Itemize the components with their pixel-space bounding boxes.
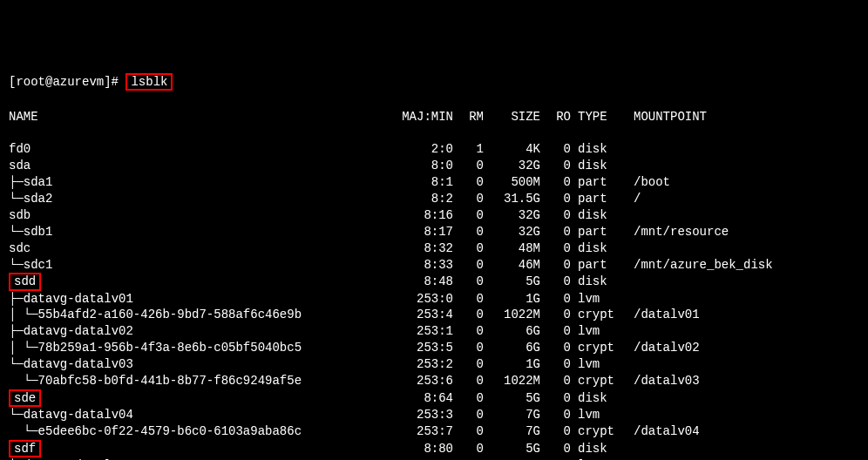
device-name: 78b259a1-956b-4f3a-8e6b-c05bf5040bc5 bbox=[38, 341, 302, 355]
device-ro: 0 bbox=[540, 323, 571, 340]
device-name: sdc1 bbox=[24, 258, 53, 272]
device-majmin: 8:17 bbox=[392, 224, 453, 240]
device-rm: 0 bbox=[453, 373, 484, 389]
device-ro: 0 bbox=[540, 307, 571, 323]
device-rm: 0 bbox=[453, 207, 484, 224]
device-rm: 0 bbox=[453, 174, 484, 191]
device-size: 48M bbox=[484, 240, 540, 257]
device-ro: 0 bbox=[540, 141, 571, 158]
device-type: part bbox=[571, 191, 623, 207]
device-size: 500M bbox=[484, 174, 540, 191]
device-majmin: 8:32 bbox=[392, 240, 453, 257]
device-size: 4K bbox=[484, 141, 540, 158]
device-name: datavg-datalv01 bbox=[24, 292, 133, 306]
device-rm: 0 bbox=[453, 257, 484, 274]
device-majmin: 8:0 bbox=[392, 158, 453, 174]
device-type: crypt bbox=[571, 423, 623, 440]
device-majmin: 253:6 bbox=[392, 373, 453, 389]
device-type: lvm bbox=[571, 407, 623, 423]
device-majmin: 8:80 bbox=[392, 441, 453, 457]
device-mountpoint: /mnt/resource bbox=[623, 224, 832, 240]
device-row: │ └─78b259a1-956b-4f3a-8e6b-c05bf5040bc5… bbox=[9, 340, 859, 356]
device-rm: 0 bbox=[453, 423, 484, 440]
device-row: fd02:014K0disk bbox=[9, 141, 859, 158]
header-mount: MOUNTPOINT bbox=[623, 109, 832, 125]
device-type: disk bbox=[571, 207, 623, 224]
device-type: disk bbox=[571, 274, 623, 290]
device-name-cell: └─sdc1 bbox=[9, 257, 392, 274]
device-rm: 0 bbox=[453, 407, 484, 423]
device-size: 7G bbox=[484, 407, 540, 423]
device-rm: 0 bbox=[453, 390, 484, 407]
tree-prefix: ├─ bbox=[9, 292, 24, 306]
device-name-cell: sdf bbox=[9, 440, 392, 457]
device-rm: 0 bbox=[453, 441, 484, 457]
header-ro: RO bbox=[540, 109, 571, 125]
device-type: crypt bbox=[571, 307, 623, 323]
device-mountpoint: /datalv02 bbox=[623, 340, 832, 356]
device-name-cell: └─sda2 bbox=[9, 191, 392, 207]
device-name-cell: fd0 bbox=[9, 141, 392, 158]
device-size: 1G bbox=[484, 291, 540, 308]
device-size: 31.5G bbox=[484, 191, 540, 207]
device-rm: 0 bbox=[453, 274, 484, 290]
device-name: sda1 bbox=[24, 175, 53, 189]
device-type: part bbox=[571, 224, 623, 240]
device-majmin: 8:33 bbox=[392, 257, 453, 274]
device-size: 5G bbox=[484, 390, 540, 407]
tree-prefix: │ └─ bbox=[9, 308, 38, 321]
device-name-cell: ├─sda1 bbox=[9, 174, 392, 191]
device-majmin: 253:1 bbox=[392, 323, 453, 340]
lsblk-output: fd02:014K0disksda8:0032G0disk├─sda18:105… bbox=[9, 141, 859, 460]
device-rm: 0 bbox=[453, 224, 484, 240]
device-name: sda2 bbox=[24, 192, 53, 206]
device-name-cell: sdc bbox=[9, 240, 392, 257]
device-majmin: 8:64 bbox=[392, 390, 453, 407]
device-size: 32G bbox=[484, 158, 540, 174]
device-size: 1022M bbox=[484, 373, 540, 389]
device-type: disk bbox=[571, 240, 623, 257]
tree-prefix: └─ bbox=[9, 225, 24, 239]
device-row: sde8:6405G0disk bbox=[9, 389, 859, 407]
prompt-line: [root@azurevm]# lsblk bbox=[9, 73, 859, 91]
device-size: 6G bbox=[484, 340, 540, 356]
device-name: e5dee6bc-0f22-4579-b6c0-6103a9aba86c bbox=[38, 424, 302, 438]
device-size: 7G bbox=[484, 423, 540, 440]
device-type: crypt bbox=[571, 373, 623, 389]
device-row: │ └─55b4afd2-a160-426b-9bd7-588af6c46e9b… bbox=[9, 307, 859, 323]
device-ro: 0 bbox=[540, 158, 571, 174]
lsblk-header: NAMEMAJ:MINRMSIZEROTYPEMOUNTPOINT bbox=[9, 109, 859, 125]
device-type: lvm bbox=[571, 323, 623, 340]
device-size: 32G bbox=[484, 224, 540, 240]
device-majmin: 8:2 bbox=[392, 191, 453, 207]
header-rm: RM bbox=[453, 109, 484, 125]
device-ro: 0 bbox=[540, 274, 571, 290]
device-name-cell: └─70abfc58-b0fd-441b-8b77-f86c9249af5e bbox=[9, 373, 392, 389]
device-ro: 0 bbox=[540, 257, 571, 274]
device-row: sdc8:32048M0disk bbox=[9, 240, 859, 257]
device-rm: 0 bbox=[453, 191, 484, 207]
device-name-highlighted: sdd bbox=[9, 273, 41, 290]
device-mountpoint: /mnt/azure_bek_disk bbox=[623, 257, 832, 274]
device-ro: 0 bbox=[540, 291, 571, 308]
device-name-cell: ├─datavg-datalv01 bbox=[9, 291, 392, 308]
tree-prefix: │ └─ bbox=[9, 341, 38, 355]
device-name-cell: │ └─78b259a1-956b-4f3a-8e6b-c05bf5040bc5 bbox=[9, 340, 392, 356]
device-ro: 0 bbox=[540, 340, 571, 356]
device-ro: 0 bbox=[540, 356, 571, 373]
device-mountpoint: /datalv01 bbox=[623, 307, 832, 323]
device-majmin: 8:16 bbox=[392, 207, 453, 224]
tree-prefix: └─ bbox=[9, 192, 24, 206]
header-name: NAME bbox=[9, 109, 392, 125]
device-majmin: 253:5 bbox=[392, 340, 453, 356]
device-rm: 1 bbox=[453, 141, 484, 158]
device-mountpoint: / bbox=[623, 191, 832, 207]
device-type: disk bbox=[571, 441, 623, 457]
tree-prefix: └─ bbox=[9, 258, 24, 272]
device-row: sdb8:16032G0disk bbox=[9, 207, 859, 224]
device-name: datavg-datalv03 bbox=[24, 357, 133, 371]
device-ro: 0 bbox=[540, 191, 571, 207]
device-name: 55b4afd2-a160-426b-9bd7-588af6c46e9b bbox=[38, 308, 302, 321]
device-name-cell: sde bbox=[9, 389, 392, 407]
header-size: SIZE bbox=[484, 109, 540, 125]
